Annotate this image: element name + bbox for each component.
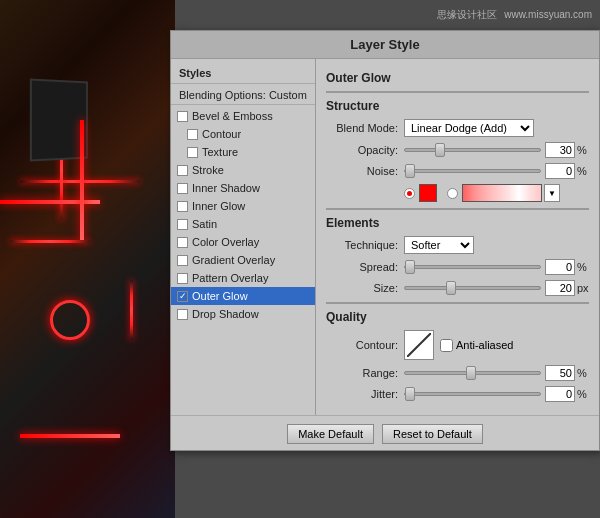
elements-title: Elements bbox=[326, 216, 589, 230]
range-slider-thumb[interactable] bbox=[466, 366, 476, 380]
sidebar-item-inner-shadow[interactable]: Inner Shadow bbox=[171, 179, 315, 197]
checkbox-gradient-overlay[interactable] bbox=[177, 255, 188, 266]
checkbox-pattern-overlay[interactable] bbox=[177, 273, 188, 284]
noise-slider-track[interactable] bbox=[404, 169, 541, 173]
size-input[interactable] bbox=[545, 280, 575, 296]
label-contour: Contour bbox=[202, 128, 241, 140]
settings-panel: Outer Glow Structure Blend Mode: Linear … bbox=[316, 59, 599, 415]
neon-decoration bbox=[130, 280, 133, 340]
blend-mode-label: Blend Mode: bbox=[326, 122, 398, 134]
anti-alias-row: Anti-aliased bbox=[440, 339, 513, 352]
label-stroke: Stroke bbox=[192, 164, 224, 176]
blend-mode-select[interactable]: Linear Dodge (Add) Normal Screen bbox=[404, 119, 534, 137]
noise-input[interactable] bbox=[545, 163, 575, 179]
neon-circle bbox=[50, 300, 90, 340]
color-swatch-solid[interactable] bbox=[419, 184, 437, 202]
radio-solid-color[interactable] bbox=[404, 188, 415, 199]
sidebar-item-gradient-overlay[interactable]: Gradient Overlay bbox=[171, 251, 315, 269]
reset-to-default-button[interactable]: Reset to Default bbox=[382, 424, 483, 444]
range-unit: % bbox=[577, 367, 589, 379]
jitter-row: Jitter: % bbox=[326, 386, 589, 402]
size-slider-container bbox=[404, 286, 541, 290]
checkbox-bevel-emboss[interactable] bbox=[177, 111, 188, 122]
contour-preview[interactable] bbox=[404, 330, 434, 360]
sidebar-item-satin[interactable]: Satin bbox=[171, 215, 315, 233]
divider-quality bbox=[326, 302, 589, 304]
outer-glow-title: Outer Glow bbox=[326, 71, 589, 85]
noise-slider-container bbox=[404, 169, 541, 173]
watermark-text: 思缘设计社区 bbox=[437, 9, 497, 20]
noise-slider-thumb[interactable] bbox=[405, 164, 415, 178]
watermark-url: www.missyuan.com bbox=[504, 9, 592, 20]
dialog-body: Styles Blending Options: Custom Bevel & … bbox=[171, 59, 599, 415]
structure-title: Structure bbox=[326, 99, 589, 113]
checkbox-outer-glow[interactable]: ✓ bbox=[177, 291, 188, 302]
checkbox-drop-shadow[interactable] bbox=[177, 309, 188, 320]
neon-decoration bbox=[10, 240, 90, 243]
color-swatch-gradient[interactable] bbox=[462, 184, 542, 202]
checkbox-texture[interactable] bbox=[187, 147, 198, 158]
range-slider-track[interactable] bbox=[404, 371, 541, 375]
make-default-button[interactable]: Make Default bbox=[287, 424, 374, 444]
spread-unit: % bbox=[577, 261, 589, 273]
sidebar-item-color-overlay[interactable]: Color Overlay bbox=[171, 233, 315, 251]
divider-structure bbox=[326, 91, 589, 93]
spread-slider-track[interactable] bbox=[404, 265, 541, 269]
noise-label: Noise: bbox=[326, 165, 398, 177]
checkbox-stroke[interactable] bbox=[177, 165, 188, 176]
size-unit: px bbox=[577, 282, 589, 294]
checkbox-color-overlay[interactable] bbox=[177, 237, 188, 248]
sidebar-item-outer-glow[interactable]: ✓ Outer Glow bbox=[171, 287, 315, 305]
sidebar-item-contour[interactable]: Contour bbox=[171, 125, 315, 143]
gradient-dropdown-arrow[interactable]: ▼ bbox=[544, 184, 560, 202]
label-satin: Satin bbox=[192, 218, 217, 230]
jitter-slider-thumb[interactable] bbox=[405, 387, 415, 401]
opacity-slider-thumb[interactable] bbox=[435, 143, 445, 157]
size-slider-track[interactable] bbox=[404, 286, 541, 290]
spread-slider-thumb[interactable] bbox=[405, 260, 415, 274]
size-row: Size: px bbox=[326, 280, 589, 296]
range-input[interactable] bbox=[545, 365, 575, 381]
technique-label: Technique: bbox=[326, 239, 398, 251]
contour-svg bbox=[407, 333, 431, 357]
background-canvas bbox=[0, 0, 175, 518]
checkbox-inner-glow[interactable] bbox=[177, 201, 188, 212]
checkbox-satin[interactable] bbox=[177, 219, 188, 230]
label-pattern-overlay: Pattern Overlay bbox=[192, 272, 268, 284]
sidebar-item-stroke[interactable]: Stroke bbox=[171, 161, 315, 179]
sidebar-item-bevel-emboss[interactable]: Bevel & Emboss bbox=[171, 107, 315, 125]
label-inner-glow: Inner Glow bbox=[192, 200, 245, 212]
jitter-slider-container bbox=[404, 392, 541, 396]
technique-select[interactable]: Softer Precise bbox=[404, 236, 474, 254]
label-texture: Texture bbox=[202, 146, 238, 158]
jitter-unit: % bbox=[577, 388, 589, 400]
opacity-input[interactable] bbox=[545, 142, 575, 158]
checkbox-inner-shadow[interactable] bbox=[177, 183, 188, 194]
size-slider-thumb[interactable] bbox=[446, 281, 456, 295]
sidebar-item-texture[interactable]: Texture bbox=[171, 143, 315, 161]
checkbox-contour[interactable] bbox=[187, 129, 198, 140]
watermark: 思缘设计社区 www.missyuan.com bbox=[437, 8, 592, 22]
sidebar-item-inner-glow[interactable]: Inner Glow bbox=[171, 197, 315, 215]
technique-row: Technique: Softer Precise bbox=[326, 236, 589, 254]
range-label: Range: bbox=[326, 367, 398, 379]
anti-aliased-checkbox[interactable] bbox=[440, 339, 453, 352]
spread-slider-container bbox=[404, 265, 541, 269]
blending-options-item[interactable]: Blending Options: Custom bbox=[171, 86, 315, 105]
label-outer-glow: Outer Glow bbox=[192, 290, 248, 302]
opacity-slider-track[interactable] bbox=[404, 148, 541, 152]
button-row: Make Default Reset to Default bbox=[171, 415, 599, 450]
opacity-slider-container bbox=[404, 148, 541, 152]
radio-gradient-color[interactable] bbox=[447, 188, 458, 199]
divider-elements bbox=[326, 208, 589, 210]
sidebar-item-drop-shadow[interactable]: Drop Shadow bbox=[171, 305, 315, 323]
spread-input[interactable] bbox=[545, 259, 575, 275]
jitter-input[interactable] bbox=[545, 386, 575, 402]
opacity-label: Opacity: bbox=[326, 144, 398, 156]
jitter-slider-track[interactable] bbox=[404, 392, 541, 396]
label-drop-shadow: Drop Shadow bbox=[192, 308, 259, 320]
sidebar-item-pattern-overlay[interactable]: Pattern Overlay bbox=[171, 269, 315, 287]
range-slider-container bbox=[404, 371, 541, 375]
spread-row: Spread: % bbox=[326, 259, 589, 275]
noise-unit: % bbox=[577, 165, 589, 177]
